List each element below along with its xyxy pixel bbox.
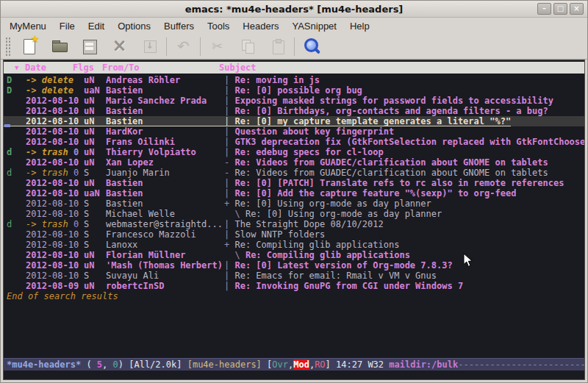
row-marker: [4, 240, 26, 250]
save-file-icon: [81, 37, 98, 55]
row-from: robertcInSD: [106, 281, 224, 291]
open-file-button[interactable]: [44, 35, 74, 57]
message-row[interactable]: 2012-08-10uNHardKor| Question about key …: [4, 126, 584, 137]
search-icon: [303, 37, 320, 55]
undo-icon: [175, 37, 193, 55]
message-row[interactable]: d-> trash 0uNThierry Volpiatto| Re: edeb…: [4, 147, 584, 157]
message-row[interactable]: 2012-08-10uN'Mash (Thomas Herbert)| Re: …: [4, 260, 584, 271]
toolbar-drag-handle[interactable]: [5, 37, 11, 56]
row-subject: + Re: [0] Using org-mode as day planner: [224, 198, 431, 209]
row-flags: uaN: [84, 85, 106, 96]
copy-icon: [239, 37, 257, 55]
message-row[interactable]: 2012-08-09uNrobertcInSD| Re: Invoking Gn…: [4, 281, 584, 291]
row-subject: | Re: [0] Add the capture feature "%(sex…: [224, 188, 516, 198]
column-header-from[interactable]: From/To: [102, 62, 140, 74]
menu-item-file[interactable]: File: [53, 19, 82, 33]
cut-button: [202, 35, 232, 57]
message-row[interactable]: 2012-08-10SMichael Welle \ Re: [0] Using…: [4, 209, 584, 219]
message-row[interactable]: 2012-08-10uaNBastien| Re: [0] Add the ca…: [4, 188, 584, 198]
echo-area[interactable]: [4, 371, 584, 379]
menu-item-help[interactable]: Help: [343, 19, 376, 33]
message-row[interactable]: 2012-08-10SSuvayu Ali| Re: Emacs for ema…: [4, 271, 584, 281]
row-subject: | GTK3 deprecation fix (GtkFontSelection…: [224, 137, 585, 147]
row-subject: | Re: edebug specs for cl-loop: [224, 147, 384, 157]
row-marker: [4, 281, 26, 291]
message-row[interactable]: 2012-08-10uNBastien| Re: [0] Birthdays, …: [4, 106, 584, 116]
row-marker: d: [4, 147, 26, 157]
message-row[interactable]: 2012-08-10uNFlorian Müllner \ Re: Compil…: [4, 250, 584, 260]
row-date: 2012-08-10: [26, 126, 84, 137]
open-file-icon: [51, 37, 68, 55]
new-file-button[interactable]: [14, 35, 44, 57]
row-from: Bastien: [106, 188, 224, 198]
row-from: webmaster@straightd...: [106, 219, 224, 229]
row-date: 2012-08-09: [26, 281, 84, 291]
maximize-button[interactable]: □: [553, 3, 567, 15]
row-subject: + Re: Compiling glib applications: [224, 240, 399, 250]
row-subject: \ Re: Compiling glib applications: [224, 250, 410, 260]
menu-item-yasnippet[interactable]: YASnippet: [285, 19, 343, 33]
row-marker: [4, 260, 26, 271]
message-row[interactable]: 2012-08-10uNFrans Oilinki| GTK3 deprecat…: [4, 137, 584, 147]
modeline-segment-plain: ,: [102, 359, 112, 370]
message-row[interactable]: 2012-08-10uNBastien| Re: [0] my capture …: [4, 116, 584, 126]
row-marker: [4, 106, 26, 116]
message-row[interactable]: 2012-08-10SBastien+ Re: [0] Using org-mo…: [4, 198, 584, 209]
message-row[interactable]: 2012-08-10uNXan Lopez- Re: Videos from G…: [4, 157, 584, 168]
row-from: HardKor: [106, 126, 224, 137]
menu-item-buffers[interactable]: Buffers: [157, 19, 201, 33]
row-flags: uN: [84, 260, 106, 271]
mode-line[interactable]: *mu4e-headers* ( 5, 0) [All/2.0k] [mu4e-…: [4, 358, 584, 371]
menu-item-options[interactable]: Options: [111, 19, 157, 33]
message-row[interactable]: 2012-08-10uNBastien| Re: [0] [PATCH] Tra…: [4, 178, 584, 188]
row-marker: [4, 137, 26, 147]
row-date: -> delete: [26, 85, 84, 96]
row-subject: | Re: [0] Birthdays, org-contacts and ag…: [224, 106, 548, 116]
row-date: -> trash 0: [26, 168, 84, 178]
menu-item-edit[interactable]: Edit: [82, 19, 111, 33]
column-header-flags[interactable]: Flgs: [73, 62, 94, 74]
row-marker: [4, 116, 26, 126]
save-file-button[interactable]: [74, 35, 104, 57]
cut-icon: [209, 37, 226, 55]
row-subject: | Re: moving in js: [224, 75, 320, 85]
sort-direction-icon[interactable]: ▼: [15, 62, 18, 74]
row-subject: | Exposing masked strings for password f…: [224, 96, 553, 106]
menu-item-headers[interactable]: Headers: [236, 19, 285, 33]
menu-item-tools[interactable]: Tools: [201, 19, 236, 33]
row-date: 2012-08-10: [26, 96, 84, 106]
message-row[interactable]: d-> trash 0Swebmaster@straightd...| The …: [4, 219, 584, 229]
row-subject: | Re: [0] possible org bug: [224, 85, 362, 96]
message-row[interactable]: D-> deleteuNAndreas Röhler| Re: moving i…: [4, 75, 584, 85]
row-date: 2012-08-10: [26, 157, 84, 168]
message-row[interactable]: d-> trash 0SJuanjo Marin- Re: Videos fro…: [4, 168, 584, 178]
row-flags: S: [84, 198, 106, 209]
end-of-results: End of search results: [4, 291, 584, 301]
empty-buffer-space: [4, 301, 584, 358]
row-marker: d: [4, 219, 26, 229]
minimize-button[interactable]: –: [537, 3, 551, 15]
save-as-icon: [141, 37, 159, 55]
window-title: emacs: *mu4e-headers* [mu4e-headers]: [185, 4, 404, 15]
column-header-subject[interactable]: Subject: [219, 62, 257, 74]
modeline-segment-mod: Mod: [293, 359, 309, 370]
row-subject: | Slow NNTP folders: [224, 229, 325, 240]
row-marker: [4, 209, 26, 219]
row-subject: | Question about key fingerprint: [224, 126, 394, 137]
message-row[interactable]: 2012-08-10SLanoxx+ Re: Compiling glib ap…: [4, 240, 584, 250]
menu-item-mymenu[interactable]: MyMenu: [3, 19, 53, 33]
row-date: 2012-08-10: [26, 116, 84, 126]
message-row[interactable]: 2012-08-10SFrancesco Mazzoli| Slow NNTP …: [4, 229, 584, 240]
row-date: 2012-08-10: [26, 137, 84, 147]
row-marker: [4, 157, 26, 168]
paste-button: [262, 35, 293, 57]
message-row[interactable]: D-> deleteuaNBastien| Re: [0] possible o…: [4, 85, 584, 96]
close-button[interactable]: ×: [570, 3, 584, 15]
search-button[interactable]: [296, 35, 326, 57]
row-date: -> trash 0: [26, 219, 84, 229]
row-date: 2012-08-10: [26, 250, 84, 260]
message-row[interactable]: 2012-08-10uNMario Sanchez Prada| Exposin…: [4, 96, 584, 106]
close-button[interactable]: [104, 35, 135, 57]
row-from: Lanoxx: [106, 240, 224, 250]
column-header-date[interactable]: Date: [25, 62, 46, 74]
